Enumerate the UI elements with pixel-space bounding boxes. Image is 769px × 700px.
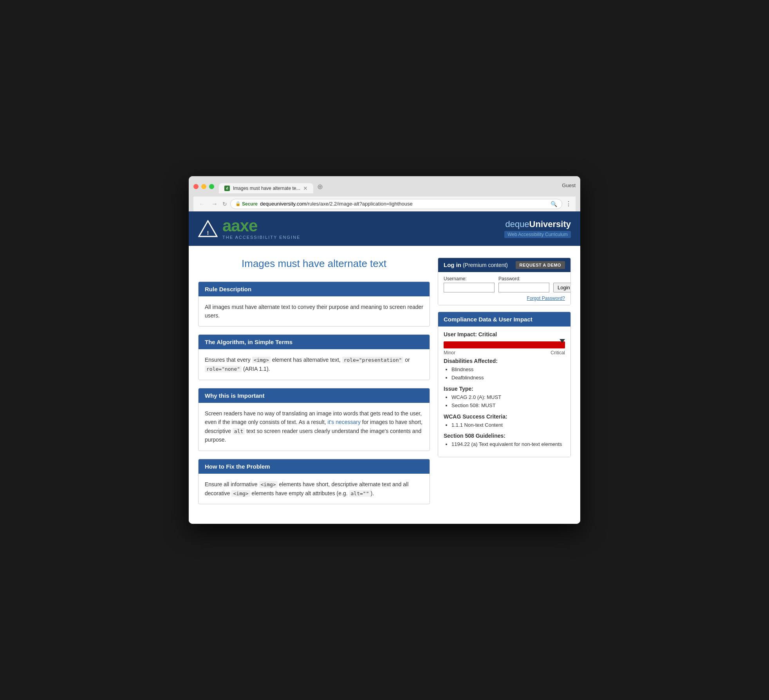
list-item: WCAG 2.0 (A): MUST bbox=[451, 393, 565, 401]
disabilities-section: Disabilities Affected: Blindness Deafbli… bbox=[444, 358, 565, 382]
fix-text-suffix: ). bbox=[371, 490, 374, 496]
algorithm-header: The Algorithm, in Simple Terms bbox=[199, 335, 430, 349]
active-tab[interactable]: d Images must have alternate te... ✕ bbox=[219, 183, 313, 193]
fix-text-prefix: Ensure all informative bbox=[205, 481, 259, 487]
user-impact-label: User Impact: bbox=[444, 331, 477, 337]
browser-menu-icon[interactable]: ⋮ bbox=[565, 200, 572, 207]
login-fields: Username: Password: Login bbox=[444, 276, 565, 292]
login-subtext: (Premium content) bbox=[463, 262, 508, 268]
fix-body: Ensure all informative <img> elements ha… bbox=[199, 474, 430, 504]
page-title: Images must have alternate text bbox=[198, 258, 430, 270]
url-bar[interactable]: 🔒 Secure dequeuniversity.com/rules/axe/2… bbox=[230, 199, 562, 209]
section508-list: 1194.22 (a) Text equivalent for non-text… bbox=[444, 440, 565, 448]
fix-section: How to Fix the Problem Ensure all inform… bbox=[198, 459, 430, 505]
browser-window: d Images must have alternate te... ✕ ⊕ G… bbox=[189, 176, 580, 524]
secure-badge: 🔒 Secure bbox=[235, 201, 258, 207]
close-window-button[interactable] bbox=[193, 184, 199, 189]
impact-labels: Minor Critical bbox=[444, 350, 565, 355]
impact-marker-icon bbox=[560, 339, 565, 343]
main-content: Images must have alternate text Rule Des… bbox=[189, 246, 580, 524]
username-input[interactable] bbox=[444, 283, 495, 292]
list-item: 1194.22 (a) Text equivalent for non-text… bbox=[451, 440, 565, 448]
password-input[interactable] bbox=[498, 283, 549, 292]
compliance-box: Compliance Data & User Impact User Impac… bbox=[438, 312, 571, 457]
browser-chrome: d Images must have alternate te... ✕ ⊕ G… bbox=[189, 176, 580, 211]
algorithm-text-suffix: (ARIA 1.1). bbox=[242, 366, 270, 372]
issue-type-section: Issue Type: WCAG 2.0 (A): MUST Section 5… bbox=[444, 386, 565, 410]
list-item: Section 508: MUST bbox=[451, 402, 565, 410]
axe-name: aaxe bbox=[222, 218, 300, 234]
wcag-title: WCAG Success Criteria: bbox=[444, 413, 565, 420]
search-icon[interactable]: 🔍 bbox=[551, 201, 557, 207]
algorithm-body: Ensures that every <img> element has alt… bbox=[199, 349, 430, 380]
disabilities-title: Disabilities Affected: bbox=[444, 358, 565, 364]
url-path: /rules/axe/2.2/image-alt?application=lig… bbox=[306, 201, 412, 207]
minimize-window-button[interactable] bbox=[201, 184, 206, 189]
maximize-window-button[interactable] bbox=[209, 184, 214, 189]
login-box: Log in (Premium content) REQUEST A DEMO … bbox=[438, 258, 571, 305]
axe-name-text: axe bbox=[231, 216, 257, 235]
url-domain: dequeuniversity.com bbox=[260, 201, 306, 207]
deque-subtitle: Web Accessibility Curriculum bbox=[504, 231, 571, 238]
list-item: Blindness bbox=[451, 366, 565, 373]
list-item: 1.1.1 Non-text Content bbox=[451, 421, 565, 429]
algorithm-code3: role="none" bbox=[205, 366, 242, 372]
disabilities-list: Blindness Deafblindness bbox=[444, 366, 565, 382]
browser-tabs: d Images must have alternate te... ✕ ⊕ bbox=[219, 180, 562, 193]
new-tab-button[interactable]: ⊕ bbox=[313, 180, 327, 193]
impact-max-label: Critical bbox=[551, 350, 565, 355]
deque-university-name-bold: University bbox=[529, 219, 571, 229]
forgot-password-link[interactable]: Forgot Password? bbox=[444, 296, 565, 301]
wcag-list: 1.1.1 Non-text Content bbox=[444, 421, 565, 429]
deque-university-name: dequeUniversity bbox=[504, 219, 571, 229]
refresh-button[interactable]: ↻ bbox=[222, 201, 227, 207]
login-body: Username: Password: Login Forgot Passwor… bbox=[438, 272, 570, 305]
tab-close-icon[interactable]: ✕ bbox=[303, 186, 308, 191]
right-column: Log in (Premium content) REQUEST A DEMO … bbox=[438, 258, 571, 457]
username-label: Username: bbox=[444, 276, 495, 281]
login-button[interactable]: Login bbox=[553, 283, 571, 292]
fix-text-suffix-prefix: elements have empty alt attributes (e.g. bbox=[250, 490, 349, 496]
page-content: ! aaxe THE ACCESSIBILITY ENGINE dequeUni… bbox=[189, 211, 580, 524]
forward-button[interactable]: → bbox=[210, 200, 219, 208]
wcag-section: WCAG Success Criteria: 1.1.1 Non-text Co… bbox=[444, 413, 565, 429]
axe-logo: ! aaxe THE ACCESSIBILITY ENGINE bbox=[198, 218, 300, 240]
login-label: Log in bbox=[444, 262, 461, 268]
algorithm-code2: role="presentation" bbox=[342, 357, 404, 363]
login-header: Log in (Premium content) REQUEST A DEMO bbox=[438, 258, 570, 272]
algorithm-section: The Algorithm, in Simple Terms Ensures t… bbox=[198, 334, 430, 380]
algorithm-code1: <img> bbox=[252, 357, 271, 363]
compliance-body: User Impact: Critical Minor Critical bbox=[438, 327, 570, 457]
issue-type-list: WCAG 2.0 (A): MUST Section 508: MUST bbox=[444, 393, 565, 410]
login-header-text: Log in (Premium content) bbox=[444, 262, 508, 268]
site-header: ! aaxe THE ACCESSIBILITY ENGINE dequeUni… bbox=[189, 211, 580, 246]
importance-link-necessary[interactable]: it's necessary bbox=[328, 419, 361, 425]
password-field-group: Password: bbox=[498, 276, 549, 292]
lock-icon: 🔒 bbox=[235, 201, 241, 206]
left-column: Images must have alternate text Rule Des… bbox=[198, 258, 430, 512]
list-item: Deafblindness bbox=[451, 374, 565, 382]
fix-code3: alt="" bbox=[349, 490, 371, 497]
back-button[interactable]: ← bbox=[197, 200, 207, 208]
axe-brand: aaxe THE ACCESSIBILITY ENGINE bbox=[222, 218, 300, 240]
axe-triangle-icon: ! bbox=[198, 220, 218, 237]
fix-code2: <img> bbox=[231, 490, 250, 497]
issue-type-title: Issue Type: bbox=[444, 386, 565, 392]
importance-body: Screen readers have no way of translatin… bbox=[199, 403, 430, 451]
url-text: dequeuniversity.com/rules/axe/2.2/image-… bbox=[260, 201, 413, 207]
compliance-header: Compliance Data & User Impact bbox=[438, 312, 570, 327]
impact-bar-container: Minor Critical bbox=[444, 341, 565, 355]
guest-label: Guest bbox=[562, 182, 576, 191]
fix-code1: <img> bbox=[259, 481, 278, 488]
section508-section: Section 508 Guidelines: 1194.22 (a) Text… bbox=[444, 433, 565, 448]
tab-title: Images must have alternate te... bbox=[233, 186, 300, 191]
window-controls bbox=[193, 184, 214, 189]
request-demo-button[interactable]: REQUEST A DEMO bbox=[516, 261, 565, 269]
axe-tagline: THE ACCESSIBILITY ENGINE bbox=[222, 235, 300, 240]
browser-titlebar: d Images must have alternate te... ✕ ⊕ G… bbox=[193, 180, 576, 193]
algorithm-text-middle: element has alternative text, bbox=[271, 357, 342, 363]
rule-description-body: All images must have alternate text to c… bbox=[199, 296, 430, 327]
rule-description-header: Rule Description bbox=[199, 282, 430, 296]
importance-code-alt: alt bbox=[233, 428, 245, 435]
tab-favicon-icon: d bbox=[224, 186, 230, 191]
